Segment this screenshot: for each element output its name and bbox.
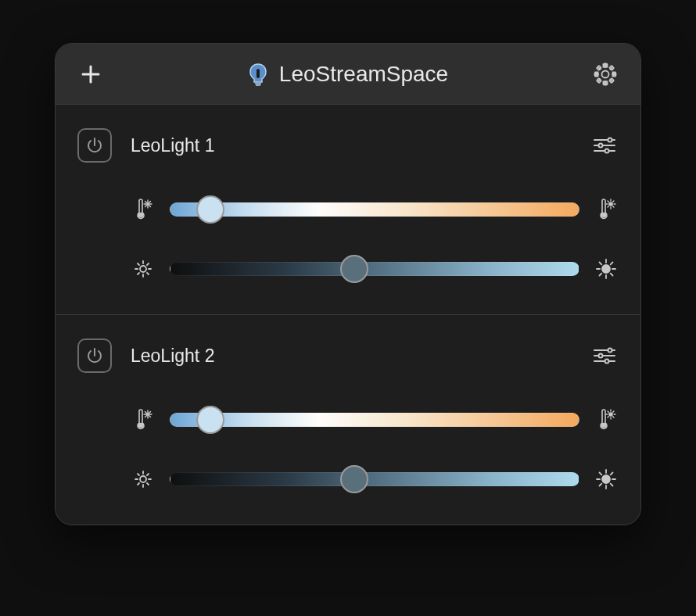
svg-point-25 <box>602 213 606 217</box>
svg-point-35 <box>140 266 146 272</box>
svg-point-20 <box>139 213 143 217</box>
brightness-slider-row <box>77 255 619 283</box>
svg-line-49 <box>600 263 602 265</box>
power-button[interactable] <box>77 128 112 163</box>
svg-line-40 <box>138 263 139 265</box>
plus-icon <box>80 63 102 85</box>
temperature-slider-row <box>77 406 619 434</box>
brightness-low-icon <box>131 256 156 281</box>
gear-icon <box>594 63 617 86</box>
brightness-track <box>170 262 579 276</box>
light-name: LeoLight 2 <box>131 346 572 367</box>
power-button[interactable] <box>77 338 112 373</box>
svg-point-17 <box>599 144 603 148</box>
temperature-warm-icon <box>594 407 619 432</box>
svg-line-89 <box>611 484 613 486</box>
svg-point-64 <box>602 424 606 428</box>
brightness-slider[interactable] <box>170 255 579 283</box>
svg-point-54 <box>608 349 612 353</box>
sliders-icon <box>593 346 616 365</box>
svg-line-51 <box>611 263 613 265</box>
light-name: LeoLight 1 <box>131 135 572 156</box>
temperature-thumb[interactable] <box>196 406 224 434</box>
temperature-track <box>170 202 579 217</box>
temperature-cold-icon <box>131 197 156 222</box>
light-panel: LeoLight 1 <box>56 105 640 315</box>
temperature-slider[interactable] <box>170 195 579 224</box>
temperature-cold-icon <box>131 407 156 432</box>
svg-point-26 <box>609 202 612 206</box>
svg-line-82 <box>138 483 139 485</box>
svg-line-71 <box>613 417 614 417</box>
app-window: LeoStreamSpace <box>55 43 641 525</box>
svg-line-52 <box>600 274 602 276</box>
svg-line-33 <box>613 201 614 202</box>
svg-line-72 <box>613 411 614 412</box>
brightness-slider[interactable] <box>170 465 579 493</box>
svg-line-73 <box>608 417 608 417</box>
svg-line-31 <box>608 201 608 202</box>
svg-line-81 <box>147 474 149 475</box>
svg-line-43 <box>138 273 139 274</box>
power-icon <box>86 347 103 364</box>
svg-line-80 <box>147 483 149 485</box>
svg-line-90 <box>611 473 613 475</box>
svg-point-44 <box>602 265 610 273</box>
brightness-high-icon <box>594 256 619 281</box>
svg-line-42 <box>147 263 149 265</box>
svg-point-83 <box>602 475 610 483</box>
svg-point-65 <box>609 413 612 416</box>
brightness-high-icon <box>594 467 619 492</box>
svg-point-5 <box>602 70 609 77</box>
header-bar: LeoStreamSpace <box>56 44 640 105</box>
svg-line-79 <box>138 474 139 475</box>
svg-point-15 <box>608 138 612 142</box>
brightness-track <box>170 472 579 486</box>
temperature-thumb[interactable] <box>196 195 224 224</box>
temperature-warm-icon <box>594 197 619 222</box>
svg-point-59 <box>139 424 143 428</box>
sliders-icon <box>593 136 616 155</box>
app-title: LeoStreamSpace <box>279 62 448 87</box>
settings-button[interactable] <box>592 61 619 88</box>
svg-line-70 <box>608 411 608 412</box>
svg-line-32 <box>613 206 614 207</box>
light-header: LeoLight 2 <box>77 338 619 373</box>
title-group: LeoStreamSpace <box>104 62 592 87</box>
svg-rect-2 <box>257 69 260 78</box>
light-settings-button[interactable] <box>590 131 619 159</box>
power-icon <box>86 137 103 154</box>
brightness-slider-row <box>77 465 619 493</box>
light-panel: LeoLight 2 <box>56 315 640 525</box>
brightness-low-icon <box>131 467 156 492</box>
svg-line-34 <box>608 206 608 207</box>
app-logo-icon <box>248 63 268 86</box>
svg-line-88 <box>600 473 602 475</box>
svg-point-74 <box>140 476 146 482</box>
svg-point-19 <box>605 149 609 153</box>
light-settings-button[interactable] <box>590 342 619 370</box>
add-button[interactable] <box>77 61 104 88</box>
svg-line-50 <box>611 274 613 276</box>
svg-line-41 <box>147 273 149 274</box>
brightness-thumb[interactable] <box>340 465 368 493</box>
temperature-track <box>170 413 579 427</box>
svg-point-56 <box>599 354 603 358</box>
temperature-slider[interactable] <box>170 406 579 434</box>
brightness-thumb[interactable] <box>340 255 368 283</box>
svg-point-58 <box>605 360 609 364</box>
lights-container: LeoLight 1 <box>56 105 640 525</box>
light-header: LeoLight 1 <box>77 128 619 163</box>
svg-line-91 <box>600 484 602 486</box>
temperature-slider-row <box>77 195 619 224</box>
